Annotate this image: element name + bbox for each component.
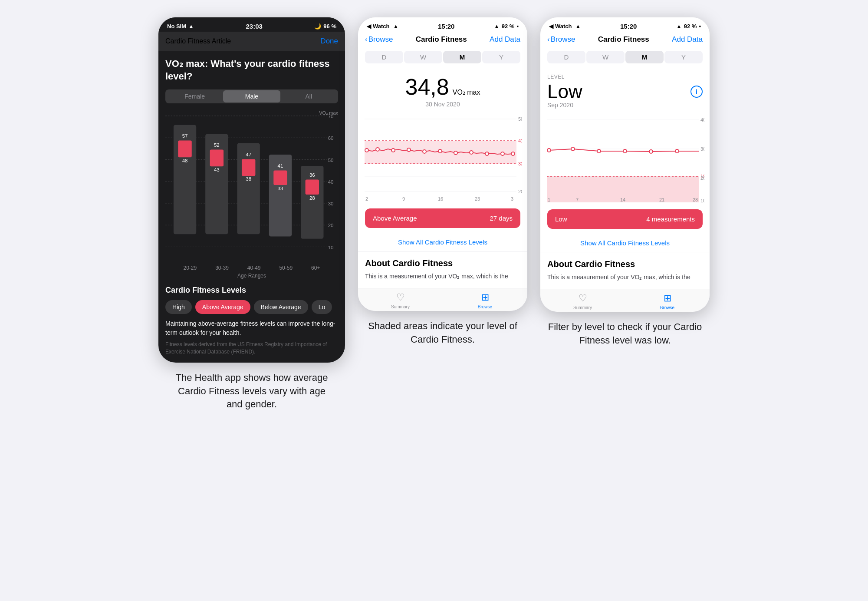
tab-above-average[interactable]: Above Average bbox=[195, 300, 250, 314]
chart-label: VO₂ max bbox=[319, 110, 338, 116]
tab-high[interactable]: High bbox=[165, 300, 192, 314]
period-m-3[interactable]: M bbox=[625, 51, 664, 63]
line-chart-svg-3: 19 40 30 20 10 bbox=[546, 116, 704, 202]
chevron-back-icon-2: ‹ bbox=[365, 35, 368, 44]
about-title-2: About Cardio Fitness bbox=[365, 258, 520, 268]
time-label-2: 15:20 bbox=[438, 23, 454, 30]
period-tabs-2[interactable]: D W M Y bbox=[358, 47, 527, 67]
period-d-3[interactable]: D bbox=[547, 51, 585, 63]
gender-all[interactable]: All bbox=[280, 90, 337, 102]
battery-label: 96 % bbox=[323, 23, 336, 30]
tab-bar-3: ♡ Summary ⊞ Browse bbox=[540, 289, 710, 312]
svg-point-76 bbox=[675, 149, 679, 153]
status-bar-1: No SIM ▲ 23:03 🌙 96 % bbox=[158, 17, 345, 32]
chevron-left-icon-2: ◀ bbox=[367, 23, 371, 30]
add-data-button-3[interactable]: Add Data bbox=[672, 35, 703, 44]
location-icon-2: ▲ bbox=[494, 23, 500, 30]
svg-text:20: 20 bbox=[328, 223, 334, 228]
svg-text:2: 2 bbox=[365, 196, 368, 201]
svg-text:23: 23 bbox=[475, 196, 480, 201]
status-bar-2: ◀ Watch ▲ 15:20 ▲ 92 % ▪ bbox=[358, 17, 527, 32]
svg-point-75 bbox=[649, 150, 653, 153]
info-button-3[interactable]: i bbox=[690, 86, 703, 98]
svg-point-50 bbox=[438, 149, 442, 153]
pill-label-3: Low bbox=[555, 215, 567, 223]
level-name-3: Low bbox=[547, 81, 582, 102]
svg-rect-19 bbox=[210, 150, 224, 167]
svg-text:41: 41 bbox=[518, 138, 522, 143]
gender-male[interactable]: Male bbox=[223, 90, 280, 102]
period-m-2[interactable]: M bbox=[443, 51, 481, 63]
bar-chart-svg: 70 60 50 40 30 20 10 bbox=[165, 110, 338, 258]
tab-browse-2[interactable]: ⊞ Browse bbox=[443, 292, 527, 309]
svg-text:20: 20 bbox=[700, 175, 704, 181]
line-chart-3: 19 40 30 20 10 bbox=[546, 116, 704, 204]
wifi-icon-3: ▲ bbox=[575, 23, 581, 30]
period-tabs-3[interactable]: D W M Y bbox=[540, 47, 710, 67]
gender-toggle[interactable]: Female Male All bbox=[165, 89, 338, 103]
article-title-header: Cardio Fitness Article bbox=[165, 37, 231, 45]
reading-value-2: 34,8 bbox=[405, 74, 449, 100]
tab-below-average[interactable]: Below Average bbox=[254, 300, 308, 314]
fitness-levels-title: Cardio Fitness Levels bbox=[165, 286, 338, 295]
gender-female[interactable]: Female bbox=[166, 90, 223, 102]
nav-title-2: Cardio Fitness bbox=[416, 35, 467, 44]
svg-text:14: 14 bbox=[620, 197, 625, 202]
battery-icon-2: ▪ bbox=[516, 23, 519, 30]
svg-text:21: 21 bbox=[659, 197, 664, 202]
svg-text:52: 52 bbox=[214, 142, 220, 148]
summary-pill-2: Above Average 27 days bbox=[365, 208, 520, 228]
back-device-label-3: Watch bbox=[555, 23, 572, 30]
status-bar-3: ◀ Watch ▲ 15:20 ▲ 92 % ▪ bbox=[540, 17, 710, 32]
back-area-2: ◀ Watch ▲ bbox=[367, 23, 398, 30]
dark-content: VO₂ max: What's your cardio fitness leve… bbox=[158, 51, 345, 363]
svg-text:30: 30 bbox=[328, 201, 334, 206]
age-range-4: 60+ bbox=[311, 265, 320, 271]
period-y-3[interactable]: Y bbox=[664, 51, 703, 63]
svg-text:7: 7 bbox=[576, 197, 579, 202]
add-data-button-2[interactable]: Add Data bbox=[490, 35, 520, 44]
tab-summary-2[interactable]: ♡ Summary bbox=[358, 292, 443, 309]
svg-rect-15 bbox=[178, 141, 191, 158]
svg-rect-27 bbox=[273, 171, 287, 185]
article-header: Cardio Fitness Article Done bbox=[158, 32, 345, 51]
svg-text:60: 60 bbox=[328, 136, 334, 141]
article-heading: VO₂ max: What's your cardio fitness leve… bbox=[165, 58, 338, 83]
pill-value-2: 27 days bbox=[490, 215, 513, 222]
svg-text:10: 10 bbox=[328, 245, 334, 250]
main-reading-2: 34,8 VO₂ max 30 Nov 2020 bbox=[358, 67, 527, 115]
caption-3: Filter by level to check if your Cardio … bbox=[542, 320, 707, 347]
period-d-2[interactable]: D bbox=[365, 51, 403, 63]
svg-point-46 bbox=[376, 148, 379, 151]
period-y-2[interactable]: Y bbox=[482, 51, 520, 63]
fitness-level-tabs[interactable]: High Above Average Below Average Lo bbox=[165, 300, 338, 314]
svg-text:43: 43 bbox=[214, 167, 220, 172]
back-button-2[interactable]: ‹ Browse bbox=[365, 35, 393, 44]
svg-point-74 bbox=[623, 149, 627, 153]
tab-browse-3[interactable]: ⊞ Browse bbox=[625, 293, 710, 310]
back-label-3: Browse bbox=[551, 35, 575, 44]
period-w-3[interactable]: W bbox=[586, 51, 625, 63]
svg-text:36: 36 bbox=[309, 172, 315, 178]
age-range-2: 40-49 bbox=[247, 265, 261, 271]
svg-text:40: 40 bbox=[328, 179, 334, 185]
period-w-2[interactable]: W bbox=[404, 51, 442, 63]
time-label-3: 15:20 bbox=[620, 23, 637, 30]
svg-point-47 bbox=[391, 149, 395, 152]
location-icon-3: ▲ bbox=[676, 23, 682, 30]
back-button-3[interactable]: ‹ Browse bbox=[547, 35, 575, 44]
tab-summary-3[interactable]: ♡ Summary bbox=[540, 293, 625, 310]
level-label-3: LEVEL bbox=[547, 74, 703, 80]
svg-text:16: 16 bbox=[438, 196, 443, 201]
back-label-2: Browse bbox=[368, 35, 393, 44]
moon-icon: 🌙 bbox=[314, 23, 321, 30]
svg-text:48: 48 bbox=[182, 158, 188, 163]
age-range-1: 30-39 bbox=[215, 265, 229, 271]
show-all-link-2[interactable]: Show All Cardio Fitness Levels bbox=[358, 233, 527, 251]
tab-low[interactable]: Lo bbox=[312, 300, 332, 314]
heart-icon-3: ♡ bbox=[579, 293, 587, 304]
level-row-3: Low i bbox=[547, 81, 703, 102]
show-all-link-3[interactable]: Show All Cardio Fitness Levels bbox=[540, 234, 710, 252]
done-button[interactable]: Done bbox=[320, 37, 338, 46]
svg-text:30: 30 bbox=[700, 146, 704, 152]
